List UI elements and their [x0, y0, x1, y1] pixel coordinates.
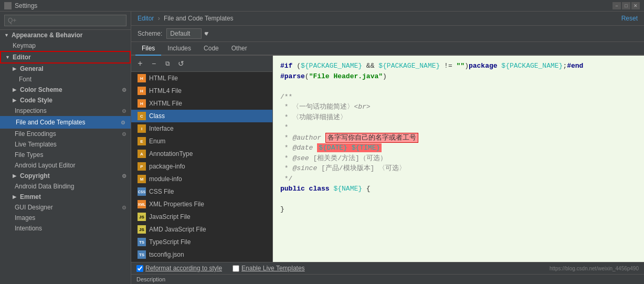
sidebar-item-color-scheme[interactable]: ▶ Color Scheme ⚙ [0, 85, 131, 95]
sidebar-item-general[interactable]: ▶ General [0, 64, 131, 74]
minimize-button[interactable]: − [613, 2, 621, 9]
sidebar-label-editor: Editor [13, 54, 31, 61]
title-controls: − □ ✕ [613, 2, 640, 9]
live-templates-checkbox-item[interactable]: Enable Live Templates [233, 265, 305, 272]
sidebar-item-intentions[interactable]: Intentions [0, 223, 131, 234]
chevron-down-icon-editor: ▼ [5, 55, 10, 60]
ts-label: TypeScript File [149, 238, 191, 246]
xhtml-file-label: XHTML File [149, 100, 182, 107]
tab-code[interactable]: Code [197, 42, 225, 56]
list-item-class[interactable]: C Class [131, 110, 272, 122]
settings-icon-copyright: ⚙ [122, 173, 126, 179]
description-label: Description [136, 276, 165, 282]
sidebar-label-file-types: File Types [15, 151, 43, 159]
list-item-module[interactable]: M module-info [131, 173, 272, 185]
html-file-icon: H [138, 74, 146, 82]
sidebar-item-keymap[interactable]: Keymap [0, 40, 131, 51]
code-line-date: * @date ${DATE} ${TIME} [280, 143, 637, 153]
list-item-xml-props[interactable]: XML XML Properties File [131, 198, 272, 211]
reformat-checkbox-item[interactable]: Reformat according to style [136, 265, 222, 272]
sidebar-item-gui[interactable]: GUI Designer ⚙ [0, 202, 131, 213]
list-item-package[interactable]: P package-info [131, 160, 272, 173]
content-area: ▼ Appearance & Behavior Keymap ▼ Editor … [0, 12, 644, 284]
class-icon: C [138, 112, 146, 120]
amd-js-label: AMD JavaScript File [149, 226, 206, 233]
breadcrumb-separator: › [158, 15, 160, 22]
sidebar-item-android-binding[interactable]: Android Data Binding [0, 181, 131, 192]
app-icon [4, 2, 12, 9]
live-templates-checkbox[interactable] [233, 265, 239, 272]
code-line-2: #parse("File Header.java") [280, 71, 637, 82]
sidebar-item-code-style[interactable]: ▶ Code Style [0, 95, 131, 106]
chevron-down-icon: ▼ [4, 33, 9, 38]
sidebar-label-intentions: Intentions [15, 225, 42, 232]
tab-includes[interactable]: Includes [161, 42, 197, 56]
code-line-comment3: * [280, 122, 637, 133]
sidebar-label-general: General [20, 65, 44, 72]
amd-js-icon: JS [138, 225, 146, 234]
sidebar: ▼ Appearance & Behavior Keymap ▼ Editor … [0, 12, 131, 284]
code-line-blank2 [280, 194, 637, 205]
settings-icon-templates: ⚙ [121, 120, 125, 125]
list-item-css[interactable]: CSS CSS File [131, 185, 272, 198]
list-item-interface[interactable]: I Interface [131, 122, 272, 135]
code-line-author: * @author 各字写你自己的名字或者工号 [280, 133, 637, 143]
package-label: package-info [149, 163, 185, 170]
settings-icon-encodings: ⚙ [122, 131, 126, 137]
sidebar-item-inspections[interactable]: Inspections ⚙ [0, 106, 131, 116]
add-template-button[interactable]: + [134, 58, 146, 69]
copy-template-button[interactable]: ⧉ [162, 58, 173, 69]
scheme-bar: Scheme: Default Project ▼ [131, 26, 644, 42]
settings-icon-gui: ⚙ [122, 205, 126, 211]
sidebar-item-images[interactable]: Images [0, 213, 131, 223]
remove-template-button[interactable]: − [148, 58, 160, 69]
scheme-label: Scheme: [138, 30, 162, 37]
tab-files[interactable]: Files [135, 42, 161, 56]
sidebar-label-code-style: Code Style [20, 97, 52, 104]
list-item-xhtml[interactable]: H XHTML File [131, 97, 272, 110]
tab-includes-label: Includes [167, 45, 191, 52]
list-item-annotation[interactable]: A AnnotationType [131, 148, 272, 160]
xml-props-icon: XML [138, 200, 146, 208]
sidebar-item-file-templates[interactable]: File and Code Templates ⚙ [0, 116, 131, 129]
close-button[interactable]: ✕ [631, 2, 640, 9]
list-item-javascript[interactable]: JS JavaScript File [131, 211, 272, 223]
breadcrumb-current: File and Code Templates [164, 15, 234, 22]
list-item-amd-js[interactable]: JS AMD JavaScript File [131, 223, 272, 236]
reset-template-button[interactable]: ↺ [175, 58, 187, 69]
template-list: + − ⧉ ↺ H HTML File H HTML4 File [131, 56, 273, 262]
tsconfig-label: tsconfig.json [149, 251, 184, 258]
watermark-text: https://blog.csdn.net/weixin_4456p490 [550, 266, 639, 271]
sidebar-item-font[interactable]: Font [0, 74, 131, 85]
list-item-typescript[interactable]: TS TypeScript File [131, 236, 272, 248]
code-line-comment2: * 〈功能详细描述〉 [280, 112, 637, 123]
annotation-label: AnnotationType [149, 150, 193, 157]
reformat-checkbox[interactable] [136, 265, 143, 272]
list-item-enum[interactable]: E Enum [131, 135, 272, 148]
breadcrumb-parent[interactable]: Editor [138, 15, 154, 22]
sidebar-item-copyright[interactable]: ▶ Copyright ⚙ [0, 171, 131, 181]
maximize-button[interactable]: □ [622, 2, 630, 9]
tab-other[interactable]: Other [225, 42, 254, 56]
list-item-tsconfig[interactable]: TS tsconfig.json [131, 248, 272, 261]
chevron-right-icon-color: ▶ [13, 87, 18, 92]
sidebar-item-file-types[interactable]: File Types [0, 150, 131, 160]
js-label: JavaScript File [149, 213, 191, 220]
list-item-html4[interactable]: H HTML4 File [131, 85, 272, 97]
list-item-html[interactable]: H HTML File [131, 72, 272, 85]
sidebar-item-live-templates[interactable]: Live Templates [0, 139, 131, 150]
description-bar: Description [131, 274, 644, 284]
sidebar-item-android-layout[interactable]: Android Layout Editor [0, 160, 131, 171]
sidebar-item-editor[interactable]: ▼ Editor [0, 51, 131, 64]
search-box [0, 12, 131, 30]
sidebar-label-color-scheme: Color Scheme [20, 86, 62, 93]
sidebar-item-file-encodings[interactable]: File Encodings ⚙ [0, 129, 131, 139]
code-editor[interactable]: #if (${PACKAGE_NAME} && ${PACKAGE_NAME} … [273, 56, 644, 262]
sidebar-label-inspections: Inspections [15, 107, 47, 114]
sidebar-item-emmet[interactable]: ▶ Emmet [0, 192, 131, 202]
search-input[interactable] [4, 15, 126, 26]
breadcrumb-bar: Editor › File and Code Templates Reset [131, 12, 644, 26]
scheme-select[interactable]: Default Project [166, 28, 202, 39]
reset-button[interactable]: Reset [621, 15, 638, 22]
sidebar-item-appearance[interactable]: ▼ Appearance & Behavior [0, 30, 131, 40]
